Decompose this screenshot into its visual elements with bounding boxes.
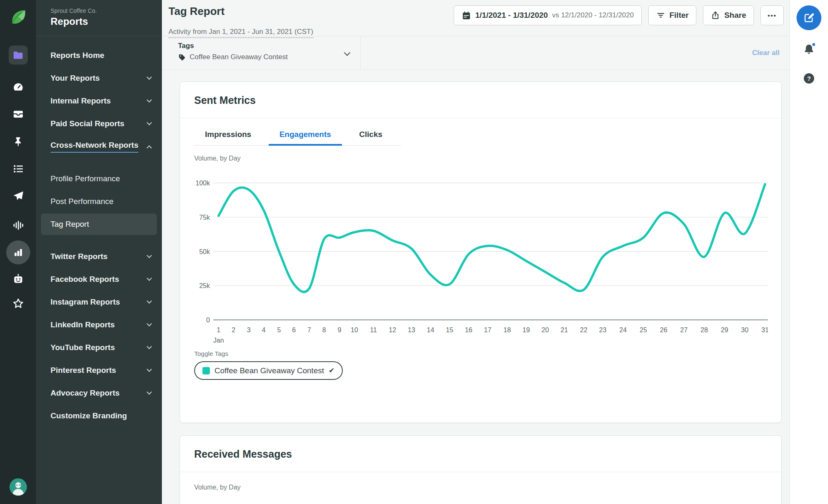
more-options-button[interactable]: ••• [761, 5, 784, 25]
calendar-icon [462, 11, 471, 20]
date-range-button[interactable]: 1/1/2021 - 1/31/2020 vs 12/1/2020 - 12/3… [454, 5, 642, 25]
x-tick-label: 24 [619, 326, 627, 334]
rail-item-reports[interactable] [6, 240, 30, 264]
x-tick-label: 7 [308, 326, 311, 334]
rail-item-favorites[interactable] [12, 298, 24, 310]
y-tick-label: 25k [199, 282, 210, 289]
sidebar-item-twitter-reports[interactable]: Twitter Reports [41, 246, 157, 267]
compose-button[interactable] [797, 5, 821, 30]
engagements-line-chart: 100k75k50k25k012345678910111213141516171… [194, 164, 768, 346]
rail-item-tasks[interactable] [12, 163, 24, 175]
waveform-icon [12, 219, 24, 231]
gauge-icon [12, 81, 24, 93]
sidebar-item-internal-reports[interactable]: Internal Reports [41, 90, 157, 112]
sidebar-item-facebook-reports[interactable]: Facebook Reports [41, 269, 157, 290]
reports-sidebar: Sprout Coffee Co. Reports Reports HomeYo… [36, 0, 162, 504]
sidebar-item-label: Cross-Network Reports [51, 141, 138, 153]
sent-metrics-header: Sent Metrics [180, 82, 781, 118]
tab-clicks[interactable]: Clicks [349, 124, 393, 145]
sidebar-item-label: Advocacy Reports [51, 389, 120, 398]
chart-subtitle: Volume, by Day [194, 155, 767, 162]
x-tick-label: 3 [247, 326, 251, 334]
x-tick-label: 6 [292, 326, 296, 334]
pushpin-icon [12, 136, 24, 147]
rail-item-dashboard[interactable] [12, 81, 24, 93]
chevron-down-icon [147, 74, 152, 80]
received-messages-card: Received Messages Volume, by Day [180, 435, 782, 504]
sidebar-item-customize-branding[interactable]: Customize Branding [41, 405, 157, 427]
clear-all-link[interactable]: Clear all [752, 49, 789, 57]
rail-item-listening[interactable] [12, 219, 24, 231]
tags-dropdown-value: Coffee Bean Giveaway Contest [178, 53, 350, 61]
folder-icon [12, 50, 24, 61]
chevron-up-icon [147, 145, 152, 151]
received-messages-title: Received Messages [194, 448, 767, 460]
sidebar-item-label: Facebook Reports [51, 275, 119, 284]
star-icon [12, 298, 24, 310]
x-tick-label: 26 [660, 326, 667, 334]
y-tick-label: 50k [199, 248, 210, 255]
sidebar-item-label: Reports Home [51, 51, 104, 60]
x-tick-label: 30 [741, 326, 749, 334]
y-tick-label: 100k [195, 180, 210, 187]
tag-toggle-chip[interactable]: Coffee Bean Giveaway Contest ✔ [194, 361, 343, 380]
x-tick-label: 1 [217, 326, 221, 334]
sidebar-item-label: Paid Social Reports [51, 119, 124, 128]
sidebar-item-label: Post Performance [51, 197, 113, 206]
sprout-logo[interactable] [9, 7, 28, 26]
x-tick-label: 16 [465, 326, 472, 334]
sidebar-item-tag-report[interactable]: Tag Report [41, 214, 157, 235]
sidebar-header: Sprout Coffee Co. Reports [36, 0, 162, 36]
sidebar-item-reports-home[interactable]: Reports Home [41, 45, 157, 66]
share-button-label: Share [724, 11, 746, 20]
tag-chip-label: Coffee Bean Giveaway Contest [214, 366, 324, 375]
topbar-actions: 1/1/2021 - 1/31/2020 vs 12/1/2020 - 12/3… [454, 5, 784, 25]
filter-button[interactable]: Filter [648, 5, 696, 25]
sidebar-item-your-reports[interactable]: Your Reports [41, 67, 157, 89]
sidebar-item-profile-performance[interactable]: Profile Performance [41, 168, 157, 190]
x-tick-label: 25 [640, 326, 647, 334]
sidebar-item-paid-social-reports[interactable]: Paid Social Reports [41, 113, 157, 134]
rail-item-automation[interactable] [12, 273, 24, 285]
help-button[interactable]: ? [804, 73, 814, 84]
sidebar-item-advocacy-reports[interactable]: Advocacy Reports [41, 382, 157, 404]
x-tick-label: 5 [277, 326, 281, 334]
notifications-button[interactable] [803, 43, 815, 57]
sidebar-item-linkedin-reports[interactable]: LinkedIn Reports [41, 314, 157, 336]
x-tick-label: 10 [351, 326, 358, 334]
chevron-down-icon [147, 321, 152, 326]
app-icon-rail [0, 0, 36, 504]
tags-dropdown[interactable]: Tags Coffee Bean Giveaway Contest [162, 36, 361, 70]
share-button[interactable]: Share [703, 5, 754, 25]
sidebar-item-youtube-reports[interactable]: YouTube Reports [41, 337, 157, 358]
user-avatar[interactable] [10, 478, 27, 496]
tab-engagements[interactable]: Engagements [269, 124, 342, 145]
sidebar-item-instagram-reports[interactable]: Instagram Reports [41, 291, 157, 313]
y-tick-label: 75k [199, 214, 210, 221]
x-tick-label: 8 [323, 326, 326, 334]
notification-badge [811, 42, 816, 47]
sidebar-item-label: LinkedIn Reports [51, 320, 115, 329]
sidebar-item-post-performance[interactable]: Post Performance [41, 191, 157, 212]
rail-item-reports-folder[interactable] [9, 46, 28, 65]
tab-impressions[interactable]: Impressions [194, 124, 262, 145]
sidebar-item-label: YouTube Reports [51, 343, 115, 352]
x-axis-month-label: Jan [213, 337, 224, 344]
sidebar-item-label: Internal Reports [51, 96, 111, 106]
sidebar-item-pinterest-reports[interactable]: Pinterest Reports [41, 360, 157, 381]
chevron-down-icon [147, 97, 152, 103]
ellipsis-icon: ••• [768, 12, 777, 19]
sidebar-item-cross-network-reports[interactable]: Cross-Network Reports [41, 136, 157, 157]
received-messages-header: Received Messages [180, 436, 781, 472]
sidebar-nav: Reports HomeYour ReportsInternal Reports… [36, 36, 162, 427]
series-line-coffee-bean-giveaway-contest [219, 184, 765, 292]
x-tick-label: 17 [484, 326, 491, 334]
rail-item-pinned[interactable] [12, 136, 24, 147]
selected-tag-name: Coffee Bean Giveaway Contest [190, 53, 288, 61]
sidebar-item-label: Pinterest Reports [51, 366, 116, 375]
rail-item-inbox[interactable] [12, 108, 24, 120]
paper-plane-icon [12, 190, 24, 202]
x-tick-label: 14 [427, 326, 434, 334]
x-tick-label: 22 [580, 326, 587, 334]
rail-item-publishing[interactable] [12, 190, 24, 202]
